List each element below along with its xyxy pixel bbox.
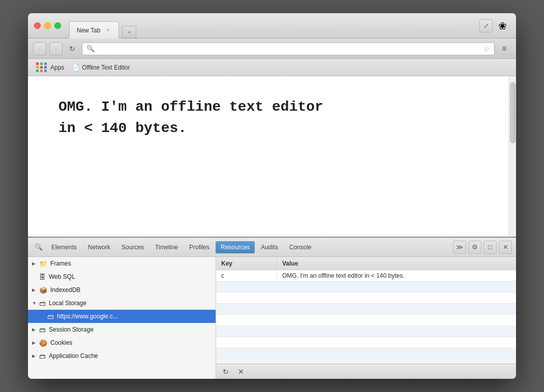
grid-dot <box>40 66 43 69</box>
title-bar: New Tab × + ⤢ ❀ <box>28 13 516 39</box>
table-header-value: Value <box>277 260 516 267</box>
tree-label-localstorage: Local Storage <box>49 300 86 307</box>
devtools-dock-button[interactable]: □ <box>483 241 497 254</box>
star-icon[interactable]: ☆ <box>483 44 490 53</box>
tree-item-appcache[interactable]: ▶ 🗃 Application Cache <box>28 349 216 363</box>
close-icon: ✕ <box>503 243 508 251</box>
tree-arrow-localstorage: ▼ <box>32 301 37 306</box>
fullscreen-icon: ⤢ <box>483 22 489 29</box>
devtools-tab-network[interactable]: Network <box>83 241 115 253</box>
scrollbar[interactable] <box>508 76 516 237</box>
tree-arrow-frames: ▶ <box>32 261 37 266</box>
devtools-tab-resources[interactable]: Resources <box>216 241 255 253</box>
tab-bar: New Tab × + <box>69 13 475 38</box>
tree-item-indexeddb[interactable]: ▶ 📦 IndexedDB <box>28 283 216 297</box>
tree-item-frames[interactable]: ▶ 📁 Frames <box>28 257 216 270</box>
table-row <box>216 292 516 304</box>
table-cell-value: OMG. I'm an offline text editor in < 140… <box>277 272 516 279</box>
bookmark-item[interactable]: 📄 Offline Text Editor <box>69 62 133 73</box>
tree-label-cookies: Cookies <box>50 339 72 346</box>
exec-icon: ≫ <box>456 243 463 251</box>
tree-label-websql: Web SQL <box>49 273 75 280</box>
settings-icon: ⚙ <box>472 243 478 251</box>
tree-arrow-sessionstorage: ▶ <box>32 327 37 332</box>
minimize-button[interactable] <box>44 22 51 29</box>
table-row <box>216 304 516 315</box>
browser-tab[interactable]: New Tab × <box>69 21 119 39</box>
devtools-tab-timeline[interactable]: Timeline <box>150 241 183 253</box>
devtools-panel: 🔍 Elements Network Sources Timeline Prof… <box>28 237 516 379</box>
sessionstorage-icon: 🗃 <box>39 326 46 334</box>
devtools-table-area: Key Value c OMG. I'm an offline text edi… <box>216 257 516 379</box>
delete-storage-button[interactable]: ✕ <box>235 366 247 377</box>
websql-icon: 🗄 <box>39 273 46 281</box>
cookies-icon: 🍪 <box>39 339 47 347</box>
address-bar[interactable]: 🔍 ☆ <box>82 42 495 55</box>
window-controls-right: ⤢ ❀ <box>479 18 510 34</box>
refresh-button[interactable]: ↻ <box>66 42 79 55</box>
hamburger-icon: ≡ <box>502 44 506 53</box>
menu-button[interactable]: ≡ <box>498 42 511 55</box>
devtools-tab-profiles[interactable]: Profiles <box>184 241 215 253</box>
tab-label: New Tab <box>77 27 100 34</box>
close-button[interactable] <box>34 22 41 29</box>
table-row[interactable]: c OMG. I'm an offline text editor in < 1… <box>216 270 516 281</box>
table-row <box>216 348 516 360</box>
refresh-storage-button[interactable]: ↻ <box>220 366 231 377</box>
tree-item-google[interactable]: ▶ 🗃 https://www.google.c... <box>28 310 216 323</box>
devtools-tab-sources[interactable]: Sources <box>116 241 149 253</box>
frames-icon: 📁 <box>39 260 47 268</box>
maximize-button[interactable] <box>54 22 61 29</box>
grid-dot <box>44 66 47 69</box>
bookmarks-bar: Apps 📄 Offline Text Editor <box>28 59 516 76</box>
scrollbar-thumb[interactable] <box>510 82 516 143</box>
content-area: OMG. I'm an offline text editor in < 140… <box>28 76 516 379</box>
tab-close-icon[interactable]: × <box>104 27 111 34</box>
flower-icon: ❀ <box>498 20 507 32</box>
google-icon: 🗃 <box>47 313 54 320</box>
devtools-close-button[interactable]: ✕ <box>499 241 512 254</box>
back-button[interactable]: ‹ <box>33 42 46 55</box>
devtools-right-controls: ≫ ⚙ □ ✕ <box>453 241 512 254</box>
devtools-tab-console[interactable]: Console <box>284 241 317 253</box>
tree-label-google: https://www.google.c... <box>57 313 118 320</box>
tree-label-indexeddb: IndexedDB <box>50 286 80 293</box>
appcache-icon: 🗃 <box>39 352 46 360</box>
flower-button[interactable]: ❀ <box>495 18 510 34</box>
tree-label-sessionstorage: Session Storage <box>49 326 94 333</box>
apps-label: Apps <box>50 64 64 71</box>
devtools-body: ▶ 📁 Frames ▶ 🗄 Web SQL ▶ 📦 IndexedDB <box>28 257 516 379</box>
fullscreen-button[interactable]: ⤢ <box>479 19 493 32</box>
tree-item-localstorage[interactable]: ▼ 🗃 Local Storage <box>28 297 216 310</box>
tree-arrow-cookies: ▶ <box>32 340 37 345</box>
bookmark-label: Offline Text Editor <box>82 64 130 71</box>
localstorage-icon: 🗃 <box>39 300 46 307</box>
devtools-settings-button[interactable]: ⚙ <box>468 241 481 254</box>
dock-icon: □ <box>488 243 492 251</box>
grid-dot <box>36 70 39 72</box>
tree-item-cookies[interactable]: ▶ 🍪 Cookies <box>28 336 216 349</box>
tree-item-sessionstorage[interactable]: ▶ 🗃 Session Storage <box>28 323 216 336</box>
devtools-tab-elements[interactable]: Elements <box>46 241 82 253</box>
table-row <box>216 315 516 326</box>
table-row <box>216 281 516 292</box>
tree-label-appcache: Application Cache <box>49 352 98 360</box>
apps-button[interactable]: Apps <box>33 60 67 74</box>
devtools-search-button[interactable]: 🔍 <box>32 241 45 254</box>
grid-dot <box>36 66 39 69</box>
browser-window: New Tab × + ⤢ ❀ ‹ › ↻ 🔍 ☆ <box>28 13 516 379</box>
bookmark-page-icon: 📄 <box>72 64 80 71</box>
grid-dot <box>44 62 47 65</box>
tree-item-websql[interactable]: ▶ 🗄 Web SQL <box>28 270 216 283</box>
address-input[interactable] <box>98 45 480 52</box>
table-cell-key: c <box>216 272 277 279</box>
devtools-tab-audits[interactable]: Audits <box>256 241 283 253</box>
page-text-line1: OMG. I'm an offline text editor <box>58 96 486 118</box>
devtools-tree: ▶ 📁 Frames ▶ 🗄 Web SQL ▶ 📦 IndexedDB <box>28 257 216 379</box>
devtools-exec-button[interactable]: ≫ <box>453 241 466 254</box>
new-tab-button[interactable]: + <box>122 26 136 38</box>
grid-dot <box>40 62 43 65</box>
forward-button[interactable]: › <box>49 42 63 55</box>
tree-label-frames: Frames <box>50 260 71 267</box>
grid-dot <box>44 70 47 72</box>
